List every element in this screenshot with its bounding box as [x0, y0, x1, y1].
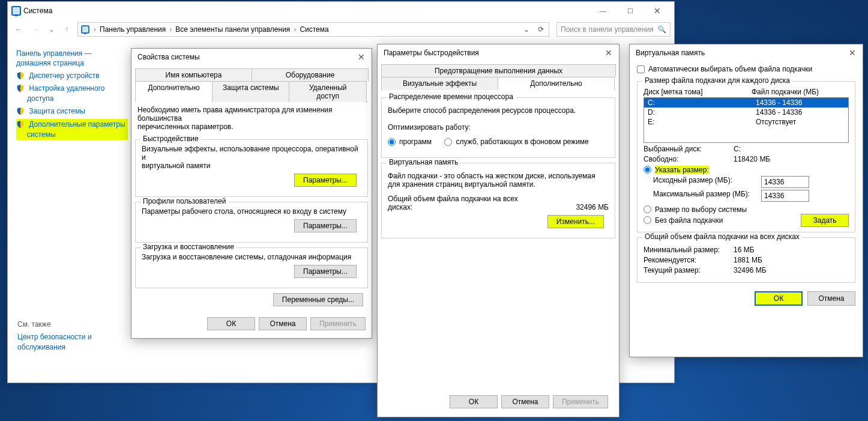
dialog-title: Параметры быстродействия — [381, 49, 602, 57]
tab-dep[interactable]: Предотвращение выполнения данных — [381, 64, 616, 77]
search-box[interactable]: Поиск в панели управления 🔍 — [556, 22, 671, 37]
drive-row[interactable]: D:14336 - 14336 — [644, 108, 848, 117]
titlebar: Система — ☐ ✕ — [8, 2, 674, 20]
rec-value: 1881 МБ — [734, 256, 762, 264]
close-icon[interactable]: ✕ — [846, 46, 859, 59]
titlebar: Свойства системы ✕ — [131, 49, 372, 65]
tab-protection[interactable]: Защита системы — [212, 81, 289, 102]
apply-button[interactable]: Применить — [553, 395, 608, 408]
security-center-link[interactable]: Центр безопасности и обслуживания — [17, 332, 128, 351]
cur-label: Текущий размер: — [643, 266, 734, 274]
breadcrumb-1[interactable]: Панель управления — [100, 25, 166, 34]
set-button[interactable]: Задать — [801, 214, 849, 227]
refresh-icon[interactable]: ⟳ — [535, 25, 546, 34]
forward-arrow-icon[interactable]: → — [29, 22, 44, 37]
toolbar: ← → ⌄ ↑ › Панель управления › Все элемен… — [8, 20, 674, 39]
col-pagefile: Файл подкачки (МБ) — [752, 88, 819, 96]
performance-options-dialog: Параметры быстродействия ✕ Предотвращени… — [377, 44, 619, 417]
search-icon[interactable]: 🔍 — [657, 25, 666, 34]
selected-drive-value: C: — [734, 145, 741, 153]
drive-row[interactable]: E:Отсутствует — [644, 117, 848, 127]
up-arrow-icon[interactable]: ↑ — [59, 22, 74, 37]
drive-list[interactable]: C:14336 - 14336 D:14336 - 14336 E:Отсутс… — [643, 97, 849, 143]
optimize-label: Оптимизировать работу: — [388, 123, 609, 132]
free-space-label: Свободно: — [643, 155, 734, 163]
selected-drive-label: Выбранный диск: — [643, 145, 734, 153]
tab-advanced[interactable]: Дополнительно — [498, 77, 615, 90]
monitor-icon — [11, 6, 21, 16]
back-arrow-icon[interactable]: ← — [11, 22, 26, 37]
per-drive-group: Размер файла подкачки для каждого диска … — [637, 81, 855, 232]
sched-desc: Выберите способ распределения ресурсов п… — [388, 106, 609, 115]
radio-programs[interactable]: программ — [388, 138, 432, 146]
cancel-button[interactable]: Отмена — [259, 317, 307, 330]
tab-computer-name[interactable]: Имя компьютера — [135, 68, 252, 81]
performance-settings-button[interactable]: Параметры... — [294, 174, 357, 187]
vm-change-button[interactable]: Изменить... — [547, 215, 604, 228]
window-title: Система — [21, 7, 589, 15]
profiles-settings-button[interactable]: Параметры... — [294, 219, 357, 232]
auto-manage-checkbox[interactable]: Автоматически выбирать объем файла подка… — [637, 65, 812, 73]
initial-size-input[interactable] — [761, 176, 809, 188]
minimize-button[interactable]: — — [589, 2, 616, 20]
cancel-button[interactable]: Отмена — [501, 395, 549, 408]
col-drive: Диск [метка тома] — [643, 88, 752, 96]
search-placeholder: Поиск в панели управления — [561, 25, 657, 34]
max-size-input[interactable] — [761, 190, 809, 202]
drive-row[interactable]: C:14336 - 14336 — [644, 98, 848, 108]
cancel-button[interactable]: Отмена — [807, 291, 855, 306]
radio-custom-size[interactable]: Указать размер: — [643, 166, 849, 174]
system-protection-link[interactable]: Защита системы — [16, 107, 128, 115]
cp-home-link[interactable]: Панель управления — домашняя страница — [16, 49, 128, 68]
breadcrumb-3[interactable]: Система — [300, 25, 328, 34]
tab-remote[interactable]: Удаленный доступ — [289, 81, 367, 102]
tabs: Имя компьютера Оборудование Дополнительн… — [135, 68, 368, 102]
radio-services[interactable]: служб, работающих в фоновом режиме — [444, 138, 588, 146]
tab-visual[interactable]: Визуальные эффекты — [381, 77, 498, 90]
performance-group: Быстродействие Визуальные эффекты, испол… — [135, 139, 368, 197]
tab-hardware[interactable]: Оборудование — [252, 68, 369, 81]
boot-desc: Загрузка и восстановление системы, отлад… — [142, 253, 361, 261]
advanced-system-link[interactable]: Дополнительные параметры системы — [16, 119, 128, 141]
radio-system-managed[interactable]: Размер по выбору системы — [643, 205, 838, 214]
close-icon[interactable]: ✕ — [355, 50, 368, 64]
max-size-label: Максимальный размер (МБ): — [653, 190, 761, 202]
close-icon[interactable]: ✕ — [602, 46, 615, 59]
shield-icon — [16, 120, 25, 129]
group-legend: Размер файла подкачки для каждого диска — [642, 76, 792, 85]
boot-settings-button[interactable]: Параметры... — [294, 265, 357, 278]
vm-desc: Файл подкачки - это область на жестком д… — [388, 172, 609, 189]
address-bar[interactable]: › Панель управления › Все элементы панел… — [77, 22, 549, 37]
initial-size-label: Исходный размер (МБ): — [653, 176, 761, 188]
vm-total-value: 32496 МБ — [576, 203, 609, 211]
min-label: Минимальный размер: — [643, 246, 734, 254]
device-manager-link[interactable]: Диспетчер устройств — [16, 71, 128, 80]
env-vars-button[interactable]: Переменные среды... — [273, 293, 363, 306]
vm-group: Виртуальная память Файл подкачки - это о… — [381, 163, 615, 238]
tab-advanced[interactable]: Дополнительно — [135, 81, 212, 102]
breadcrumb-2[interactable]: Все элементы панели управления — [175, 25, 290, 34]
profiles-group: Профили пользователей Параметры рабочего… — [135, 202, 368, 243]
min-value: 16 МБ — [734, 246, 755, 254]
see-also-heading: См. также — [17, 320, 128, 329]
ok-button[interactable]: ОК — [450, 395, 498, 408]
rec-label: Рекомендуется: — [643, 256, 734, 264]
close-button[interactable]: ✕ — [643, 2, 671, 20]
titlebar: Виртуальная память ✕ — [630, 44, 863, 61]
virtual-memory-dialog: Виртуальная память ✕ Автоматически выбир… — [629, 44, 863, 357]
profiles-desc: Параметры рабочего стола, относящиеся ко… — [142, 207, 361, 216]
remote-settings-link[interactable]: Настройка удаленного доступа — [16, 83, 128, 103]
dropdown-history-icon[interactable]: ⌄ — [47, 22, 56, 37]
ok-button[interactable]: ОК — [207, 317, 255, 330]
addr-dropdown-icon[interactable]: ⌄ — [521, 25, 532, 34]
group-legend: Общий объем файла подкачки на всех диска… — [642, 232, 802, 241]
group-legend: Загрузка и восстановление — [140, 243, 237, 251]
maximize-button[interactable]: ☐ — [616, 2, 643, 20]
group-legend: Распределение времени процессора — [387, 92, 516, 101]
boot-group: Загрузка и восстановление Загрузка и вос… — [135, 247, 368, 288]
radio-no-pagefile[interactable]: Без файла подкачки — [643, 216, 790, 225]
ok-button[interactable]: ОК — [755, 291, 803, 306]
perf-desc: Визуальные эффекты, использование процес… — [142, 145, 361, 170]
apply-button[interactable]: Применить — [310, 317, 366, 330]
scheduling-group: Распределение времени процессора Выберит… — [381, 97, 615, 158]
